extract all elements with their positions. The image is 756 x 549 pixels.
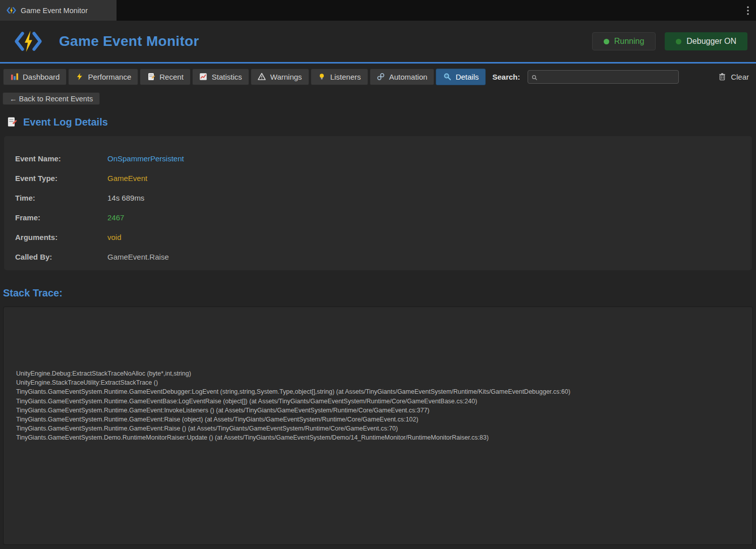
detail-row-event-type: Event Type: GameEvent [4, 168, 752, 188]
stack-trace-line: TinyGiants.GameEventSystem.Runtime.GameE… [16, 397, 742, 406]
stack-trace-heading: Stack Trace: [3, 287, 756, 300]
tab-performance[interactable]: Performance [68, 69, 138, 85]
stack-trace-line: UnityEngine.Debug:ExtractStackTraceNoAll… [16, 369, 742, 378]
called-by-value: GameEvent.Raise [107, 253, 169, 261]
detail-label: Arguments: [15, 233, 107, 241]
memo-pencil-icon [147, 73, 155, 81]
tab-statistics-label: Statistics [212, 73, 242, 81]
tab-performance-label: Performance [88, 73, 131, 81]
stack-trace-line: TinyGiants.GameEventSystem.Runtime.GameE… [16, 387, 742, 396]
search-icon [532, 74, 538, 83]
clear-button-label: Clear [731, 73, 749, 81]
tab-details[interactable]: Details [436, 69, 486, 85]
lightbulb-icon [318, 73, 326, 81]
bar-chart-icon [10, 73, 19, 81]
clear-button[interactable]: Clear [715, 73, 752, 81]
tab-dashboard[interactable]: Dashboard [3, 69, 67, 85]
toolbar: Dashboard Performance Recent Statis [0, 64, 756, 90]
frame-value: 2467 [107, 213, 124, 222]
detail-label: Time: [15, 194, 107, 202]
time-value: 14s 689ms [107, 194, 144, 202]
arguments-value: void [107, 233, 122, 241]
detail-label: Event Type: [15, 174, 107, 182]
stack-trace-textarea[interactable]: UnityEngine.Debug:ExtractStackTraceNoAll… [3, 307, 753, 545]
tab-listeners-label: Listeners [330, 73, 361, 81]
stack-trace-line: TinyGiants.GameEventSystem.Runtime.GameE… [16, 424, 742, 433]
event-log-document-icon [7, 116, 17, 128]
tab-automation[interactable]: Automation [370, 69, 435, 85]
debugger-status-label: Debugger ON [686, 37, 736, 46]
lightning-bolt-icon [7, 6, 16, 15]
tab-recent[interactable]: Recent [140, 69, 191, 85]
detail-label: Called By: [15, 253, 107, 261]
tab-dashboard-label: Dashboard [23, 73, 60, 81]
search-input[interactable] [528, 70, 679, 84]
header: Game Event Monitor Running Debugger ON [0, 21, 756, 62]
tab-warnings[interactable]: Warnings [251, 69, 309, 85]
magnifier-icon [443, 73, 451, 81]
search-label: Search: [492, 73, 520, 81]
running-status-badge: Running [592, 32, 656, 50]
detail-label: Event Name: [15, 154, 107, 163]
code-lightning-icon [14, 29, 42, 54]
event-log-details-heading: Event Log Details [7, 115, 756, 129]
detail-row-event-name: Event Name: OnSpammerPersistent [4, 149, 752, 168]
detail-row-time: Time: 14s 689ms [4, 188, 752, 208]
stack-trace-line: TinyGiants.GameEventSystem.Demo.RuntimeM… [16, 433, 742, 442]
tab-statistics[interactable]: Statistics [192, 69, 249, 85]
window-tab[interactable]: Game Event Monitor [0, 0, 117, 21]
back-to-recent-events-button[interactable]: ← Back to Recent Events [3, 92, 100, 105]
search-box [528, 70, 679, 84]
stack-trace-line: TinyGiants.GameEventSystem.Runtime.GameE… [16, 406, 742, 415]
detail-row-arguments: Arguments: void [4, 227, 752, 247]
lightning-icon [75, 73, 84, 81]
tab-details-label: Details [455, 73, 479, 81]
detail-row-frame: Frame: 2467 [4, 208, 752, 227]
link-icon [377, 73, 385, 81]
debugger-status-dot-icon [676, 39, 681, 44]
stack-trace-line: TinyGiants.GameEventSystem.Runtime.GameE… [16, 415, 742, 424]
stack-trace-line: UnityEngine.StackTraceUtility:ExtractSta… [16, 378, 742, 387]
tab-listeners[interactable]: Listeners [311, 69, 368, 85]
titlebar: Game Event Monitor [0, 0, 756, 21]
tab-automation-label: Automation [389, 73, 428, 81]
line-chart-icon [199, 73, 208, 81]
warning-triangle-icon [258, 73, 266, 81]
running-status-dot-icon [604, 39, 609, 44]
event-details-panel: Event Name: OnSpammerPersistent Event Ty… [4, 136, 752, 270]
tab-warnings-label: Warnings [270, 73, 302, 81]
detail-label: Frame: [15, 213, 107, 222]
window-tab-title: Game Event Monitor [21, 7, 88, 15]
running-status-label: Running [614, 37, 645, 46]
trash-icon [718, 73, 726, 81]
event-log-details-title: Event Log Details [23, 116, 108, 128]
detail-row-called-by: Called By: GameEvent.Raise [4, 247, 752, 267]
page-title: Game Event Monitor [59, 33, 199, 49]
event-name-value: OnSpammerPersistent [107, 154, 184, 163]
debugger-toggle-badge[interactable]: Debugger ON [665, 32, 747, 50]
event-type-value: GameEvent [107, 174, 147, 182]
tab-recent-label: Recent [159, 73, 184, 81]
kebab-menu-icon[interactable] [740, 0, 756, 21]
